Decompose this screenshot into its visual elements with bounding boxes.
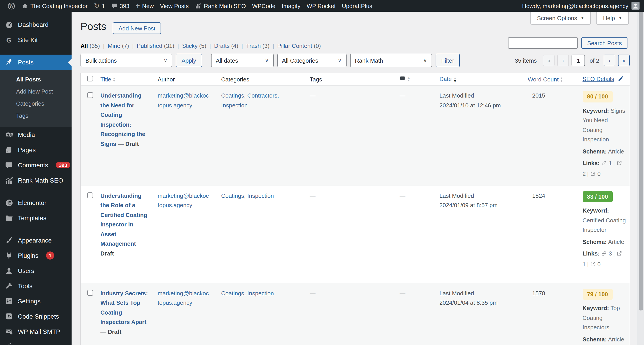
wpcode-admin-link[interactable]: WPCode [249, 3, 278, 9]
filter-mine[interactable]: Mine (7) [108, 43, 129, 49]
table-row: Understanding the Role of a Certified Co… [81, 185, 630, 283]
filter-drafts[interactable]: Drafts (4) [214, 43, 238, 49]
scrollbar-thumb[interactable] [638, 2, 643, 310]
chevron-down-icon: ▼ [618, 16, 622, 20]
sidebar-item-site-kit[interactable]: G Site Kit [0, 32, 72, 48]
wp-rocket-admin-link[interactable]: WP Rocket [304, 3, 339, 9]
active-menu-arrow [64, 59, 72, 66]
imagify-admin-link[interactable]: Imagify [278, 3, 304, 9]
search-input[interactable] [508, 37, 578, 49]
chevron-down-icon: ∨ [164, 58, 167, 63]
site-name: The Coating Inspector [30, 3, 88, 9]
sort-title-header[interactable]: Title [100, 76, 111, 83]
sidebar-item-code-snippets[interactable]: Code Snippets [0, 309, 72, 324]
rank-math-admin-link[interactable]: Rank Math SEO [192, 3, 249, 9]
prev-page-button[interactable]: ‹ [558, 55, 569, 66]
sort-date-header[interactable]: Date [440, 76, 452, 83]
updates-link[interactable]: ↻ 1 [91, 2, 108, 10]
sort-word-count-header[interactable]: Word Count [528, 76, 558, 83]
post-title-link[interactable]: Understanding the Need for Coating Inspe… [100, 92, 145, 147]
sidebar-item-posts[interactable]: Posts [0, 55, 72, 70]
comment-bubble-icon [111, 3, 118, 9]
sidebar-item-media[interactable]: Media [0, 127, 72, 142]
filter-pillar-content[interactable]: Pillar Content (0) [277, 43, 321, 49]
seo-details-header[interactable]: SEO Details [582, 75, 614, 82]
row-checkbox[interactable] [87, 92, 93, 98]
first-page-button[interactable]: « [543, 55, 555, 66]
site-name-link[interactable]: The Coating Inspector [18, 3, 91, 9]
sidebar-item-comments[interactable]: Comments 393 [0, 158, 72, 173]
sidebar-item-tags[interactable]: Tags [0, 110, 72, 122]
chevron-down-icon: ∨ [423, 58, 427, 63]
chevron-down-icon: ∨ [338, 58, 342, 63]
total-pages-label: of 2 [590, 57, 599, 64]
post-title-link[interactable]: Understanding the Role of a Certified Co… [100, 192, 147, 247]
svg-text:W: W [9, 4, 14, 8]
sidebar-item-appearance[interactable]: Appearance [0, 233, 72, 248]
filter-all[interactable]: All (35) [80, 43, 100, 49]
plugins-count-badge: 1 [46, 251, 54, 259]
filter-sticky[interactable]: Sticky (5) [182, 43, 206, 49]
howdy-account-link[interactable]: Howdy, marketing@blackoctopus.agency [522, 3, 628, 9]
author-link[interactable]: marketing@blackoctopus.agency [158, 92, 209, 109]
row-checkbox[interactable] [87, 192, 93, 198]
view-posts-link[interactable]: View Posts [157, 3, 192, 9]
sidebar-item-categories[interactable]: Categories [0, 98, 72, 110]
admin-bar-comments-link[interactable]: 393 [108, 3, 132, 9]
sidebar-item-all-posts[interactable]: All Posts [0, 73, 72, 86]
next-page-button[interactable]: › [604, 55, 616, 66]
sidebar-item-dashboard[interactable]: Dashboard [0, 17, 72, 32]
pages-icon [4, 145, 14, 154]
seo-keyword: Keyword: Certified Coating Inspector [582, 206, 629, 235]
filter-button[interactable]: Filter [435, 54, 460, 67]
sidebar-item-tools[interactable]: Tools [0, 278, 72, 293]
screen-options-button[interactable]: Screen Options ▼ [530, 12, 591, 25]
sidebar-item-partial[interactable] [0, 339, 72, 345]
new-content-link[interactable]: + New [132, 2, 157, 10]
categories-links[interactable]: Coatings, Contractors, Inspection [221, 92, 279, 109]
internal-links-icon [601, 250, 607, 259]
sort-arrows-icon: ▲▼ [407, 77, 410, 82]
avatar[interactable] [632, 2, 640, 10]
bulk-actions-select[interactable]: Bulk actions∨ [80, 54, 172, 67]
apply-button[interactable]: Apply [176, 54, 202, 67]
author-link[interactable]: marketing@blackoctopus.agency [158, 192, 209, 208]
incoming-links-icon [590, 170, 596, 179]
sidebar-item-wp-mail-smtp[interactable]: WP Mail SMTP [0, 324, 72, 339]
help-button[interactable]: Help ▼ [596, 12, 629, 25]
seo-schema: Schema: Article [582, 237, 629, 247]
wordpress-logo-menu[interactable]: W [4, 2, 18, 10]
sidebar-item-settings[interactable]: Settings [0, 293, 72, 309]
last-page-button[interactable]: » [618, 55, 630, 66]
rank-math-select[interactable]: Rank Math∨ [350, 54, 432, 67]
word-count-value: 1578 [532, 290, 545, 296]
current-page-input[interactable] [572, 55, 585, 66]
page-title: Posts [80, 21, 106, 33]
admin-bar-comments-count: 393 [120, 3, 129, 9]
post-title-link[interactable]: Industry Secrets: What Sets Top Coating … [100, 290, 148, 325]
sort-arrows-icon: ▲▼ [112, 77, 116, 82]
sidebar-item-templates[interactable]: Templates [0, 210, 72, 225]
admin-menu: Dashboard G Site Kit Posts All Posts Add… [0, 12, 72, 345]
sidebar-item-users[interactable]: Users [0, 263, 72, 278]
seo-score-badge: 83 / 100 [582, 191, 612, 202]
add-new-post-button[interactable]: Add New Post [113, 22, 161, 34]
select-all-checkbox[interactable] [87, 76, 93, 82]
categories-links[interactable]: Coatings, Inspection [221, 192, 274, 199]
sidebar-item-plugins[interactable]: Plugins 1 [0, 248, 72, 263]
sidebar-item-rank-math-seo[interactable]: Rank Math SEO [0, 173, 72, 188]
sidebar-item-add-new-post[interactable]: Add New Post [0, 86, 72, 98]
sidebar-item-pages[interactable]: Pages [0, 142, 72, 158]
filter-trash[interactable]: Trash (3) [246, 43, 270, 49]
categories-links[interactable]: Coatings, Inspection [221, 290, 274, 296]
categories-select[interactable]: All Categories∨ [277, 54, 346, 67]
filter-published[interactable]: Published (31) [137, 43, 174, 49]
incoming-links-icon [590, 260, 596, 270]
updraftplus-admin-link[interactable]: UpdraftPlus [339, 3, 376, 9]
row-checkbox[interactable] [87, 290, 93, 295]
sidebar-item-elementor[interactable]: Elementor [0, 195, 72, 210]
dates-select[interactable]: All dates∨ [211, 54, 274, 67]
search-posts-button[interactable]: Search Posts [582, 37, 628, 49]
author-link[interactable]: marketing@blackoctopus.agency [158, 290, 209, 306]
comments-header-icon[interactable] [400, 75, 406, 83]
